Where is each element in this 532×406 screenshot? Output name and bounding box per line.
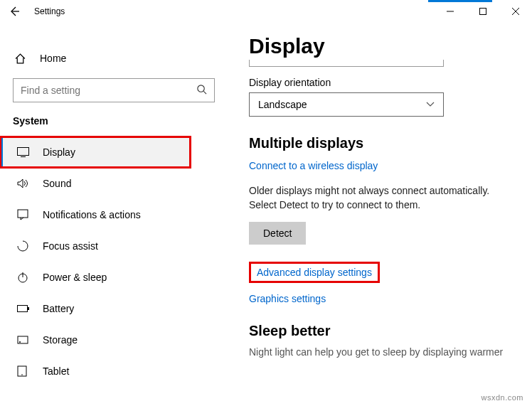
sidebar-item-label: Sound xyxy=(43,178,71,189)
maximize-button[interactable] xyxy=(467,0,499,23)
svg-rect-11 xyxy=(18,306,28,312)
sound-icon xyxy=(17,178,30,188)
chevron-down-icon xyxy=(426,100,435,109)
sidebar-item-display[interactable]: Display xyxy=(0,137,191,168)
sidebar-item-label: Notifications & actions xyxy=(43,209,141,220)
window-title: Settings xyxy=(31,6,65,16)
detect-description: Older displays might not always connect … xyxy=(249,184,505,212)
display-icon xyxy=(17,147,30,157)
page-title: Display xyxy=(249,34,518,58)
detect-button[interactable]: Detect xyxy=(249,222,306,245)
svg-rect-1 xyxy=(480,9,486,15)
sidebar-item-label: Display xyxy=(43,146,75,158)
sidebar-item-notifications[interactable]: Notifications & actions xyxy=(0,199,228,230)
sidebar-home-label: Home xyxy=(40,53,66,64)
close-button[interactable] xyxy=(499,0,532,23)
sleep-better-heading: Sleep better xyxy=(249,323,518,339)
multiple-displays-heading: Multiple displays xyxy=(249,135,518,151)
sidebar-item-storage[interactable]: Storage xyxy=(0,324,228,356)
back-button[interactable] xyxy=(9,6,31,17)
advanced-display-settings-link[interactable]: Advanced display settings xyxy=(249,262,380,283)
battery-icon xyxy=(17,304,30,313)
sidebar-item-power-sleep[interactable]: Power & sleep xyxy=(0,262,228,293)
tablet-icon xyxy=(17,365,30,377)
sidebar-item-label: Focus assist xyxy=(43,240,98,252)
sidebar-home[interactable]: Home xyxy=(0,44,228,73)
focus-assist-icon xyxy=(17,240,30,252)
power-icon xyxy=(17,272,30,283)
sidebar-item-tablet[interactable]: Tablet xyxy=(0,356,228,387)
orientation-dropdown[interactable]: Landscape xyxy=(249,92,444,117)
content-panel: Display Display orientation Landscape Mu… xyxy=(228,23,532,406)
sidebar-item-label: Storage xyxy=(43,334,78,346)
search-input[interactable] xyxy=(21,85,196,96)
graphics-settings-link[interactable]: Graphics settings xyxy=(249,293,326,304)
svg-rect-8 xyxy=(18,210,28,218)
sidebar-item-label: Power & sleep xyxy=(43,272,107,283)
svg-rect-6 xyxy=(18,148,29,156)
svg-point-16 xyxy=(21,374,23,375)
orientation-value: Landscape xyxy=(258,99,307,110)
sidebar-item-sound[interactable]: Sound xyxy=(0,168,228,199)
search-icon xyxy=(196,84,207,97)
svg-line-5 xyxy=(203,91,206,94)
minimize-button[interactable] xyxy=(434,0,467,23)
home-icon xyxy=(14,53,27,65)
sidebar-item-label: Battery xyxy=(43,303,74,314)
wireless-display-link[interactable]: Connect to a wireless display xyxy=(249,160,378,171)
collapsed-section-outline xyxy=(249,60,444,67)
svg-point-14 xyxy=(19,341,21,343)
sleep-better-text: Night light can help you get to sleep by… xyxy=(249,346,518,358)
search-box[interactable] xyxy=(13,78,215,102)
notifications-icon xyxy=(17,209,30,220)
sidebar: Home System Display Sound Notifica xyxy=(0,23,228,406)
watermark: wsxdn.com xyxy=(481,393,523,402)
sidebar-section-label: System xyxy=(0,112,228,137)
sidebar-item-label: Tablet xyxy=(43,365,69,377)
orientation-label: Display orientation xyxy=(249,77,518,88)
svg-point-4 xyxy=(198,85,204,92)
svg-rect-12 xyxy=(28,307,29,310)
storage-icon xyxy=(17,334,30,346)
sidebar-item-battery[interactable]: Battery xyxy=(0,293,228,324)
svg-rect-13 xyxy=(18,336,28,343)
sidebar-item-focus-assist[interactable]: Focus assist xyxy=(0,230,228,262)
